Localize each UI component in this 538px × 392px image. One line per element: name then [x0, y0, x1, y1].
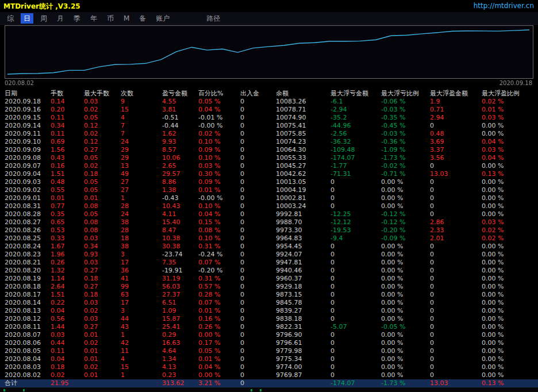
table-row-21[interactable]: 2020.08.201.320.2736-19.91-0.20 %09940.4… — [0, 267, 538, 275]
cell-7: 9775.34 — [276, 355, 331, 363]
table-row-10[interactable]: 2020.09.030.480.05278.860.09 %010013.050… — [0, 178, 538, 186]
table-row-17[interactable]: 2020.08.250.330.031810.380.10 %09964.83-… — [0, 235, 538, 243]
table-row-2[interactable]: 2020.09.150.110.054-0.51-0.01 %010074.90… — [0, 114, 538, 122]
cell-9: 0.00 % — [381, 363, 430, 371]
cell-3: 41 — [121, 275, 162, 283]
table-row-31[interactable]: 2020.08.050.110.01114.640.05 %09779.9800… — [0, 347, 538, 355]
cell-0: 2020.09.03 — [5, 178, 51, 186]
cell-3: 3 — [121, 307, 162, 315]
cell-2: 0.03 — [84, 299, 121, 307]
column-header-7[interactable]: 余额 — [276, 90, 331, 98]
menu-item-2[interactable]: 周 — [37, 13, 50, 24]
table-row-7[interactable]: 2020.09.080.430.052910.060.10 %010055.33… — [0, 154, 538, 162]
menu-item-3[interactable]: 月 — [54, 13, 67, 24]
website-link[interactable]: http://mtdriver.cn — [474, 2, 534, 10]
column-header-3[interactable]: 次数 — [121, 90, 162, 98]
column-header-8[interactable]: 最大浮亏金额 — [331, 90, 381, 98]
cell-8: -1.77 — [331, 162, 381, 170]
cell-10: 0 — [430, 178, 482, 186]
table-row-30[interactable]: 2020.08.060.440.024216.630.17 %09796.610… — [0, 339, 538, 347]
cell-0: 2020.08.02 — [5, 371, 51, 379]
table-row-5[interactable]: 2020.09.100.690.12249.930.10 %010074.23-… — [0, 138, 538, 146]
cell-7: 9988.70 — [276, 218, 331, 226]
table-row-19[interactable]: 2020.08.231.960.933-23.74-0.24 %09924.07… — [0, 251, 538, 259]
table-row-34[interactable]: 2020.08.020.020.0110.230.00 %09769.8700.… — [0, 371, 538, 379]
table-row-24[interactable]: 2020.08.171.510.186327.370.28 %09873.150… — [0, 291, 538, 299]
column-header-2[interactable]: 最大手数 — [84, 90, 121, 98]
menu-item-6[interactable]: 币 — [104, 13, 117, 24]
cell-5: 0.02 % — [198, 130, 240, 138]
table-row-11[interactable]: 2020.09.020.550.05271.380.01 %010004.190… — [0, 186, 538, 194]
table-row-32[interactable]: 2020.08.040.040.0141.340.01 %09775.3400.… — [0, 355, 538, 363]
table-row-16[interactable]: 2020.08.260.530.08288.470.08 %09973.30-1… — [0, 226, 538, 235]
table-row-12[interactable]: 2020.09.010.010.011-0.43-0.00 %010002.81… — [0, 194, 538, 202]
cell-1: 0.02 — [51, 371, 84, 379]
cell-7: 9929.18 — [276, 283, 331, 291]
table-row-1[interactable]: 2020.09.160.200.02153.810.04 %010078.71-… — [0, 106, 538, 114]
cell-6: 0 — [240, 122, 276, 130]
table-row-8[interactable]: 2020.09.070.160.02132.650.03 %010045.27-… — [0, 162, 538, 170]
column-header-6[interactable]: 出入金 — [240, 90, 276, 98]
column-header-4[interactable]: 盈亏金额 — [162, 90, 198, 98]
table-row-18[interactable]: 2020.08.241.670.343830.380.31 %09954.450… — [0, 243, 538, 251]
table-row-29[interactable]: 2020.08.070.030.0110.290.00 %09796.9000.… — [0, 331, 538, 339]
menu-item-7[interactable]: M — [121, 13, 132, 24]
column-header-1[interactable]: 手数 — [51, 90, 84, 98]
table-row-4[interactable]: 2020.09.110.110.0271.620.02 %010075.85-2… — [0, 130, 538, 138]
cell-7 — [276, 379, 331, 387]
cell-0: 2020.09.15 — [5, 114, 51, 122]
table-row-22[interactable]: 2020.08.191.140.184131.190.31 %09960.370… — [0, 275, 538, 283]
column-header-10[interactable]: 最大浮盈金额 — [430, 90, 482, 98]
table-header-row: 日期手数最大手数次数盈亏金额百分比%出入金余额最大浮亏金额最大浮亏比例最大浮盈金… — [0, 90, 538, 98]
cell-4: 29.57 — [162, 170, 198, 178]
cell-2: 0.02 — [84, 363, 121, 371]
menu-item-4[interactable]: 季 — [71, 13, 83, 24]
menu-item-10[interactable]: 路径 — [203, 13, 223, 24]
cell-6: 0 — [240, 283, 276, 291]
table-row-14[interactable]: 2020.08.280.350.05244.110.04 %09992.81-1… — [0, 210, 538, 218]
cell-10: 0 — [430, 267, 482, 275]
cell-6: 0 — [240, 138, 276, 146]
table-row-3[interactable]: 2020.09.140.340.127-0.44-0.00 %010075.41… — [0, 122, 538, 130]
table-row-20[interactable]: 2020.08.210.260.03177.350.07 %09947.8100… — [0, 259, 538, 267]
table-row-28[interactable]: 2020.08.111.440.274325.410.26 %09822.31-… — [0, 323, 538, 331]
cell-6: 0 — [240, 331, 276, 339]
cell-7: 9940.46 — [276, 267, 331, 275]
cell-2: 0.05 — [84, 210, 121, 218]
table-row-25[interactable]: 2020.08.140.220.03176.510.07 %09845.7800… — [0, 299, 538, 307]
cell-10: 0.48 — [430, 130, 482, 138]
table-row-15[interactable]: 2020.08.270.650.083815.400.15 %09988.70-… — [0, 218, 538, 226]
cell-5: -0.00 % — [198, 122, 240, 130]
column-header-9[interactable]: 最大浮亏比例 — [381, 90, 430, 98]
taskbar-tick — [260, 389, 262, 391]
table-row-0[interactable]: 2020.09.180.140.0394.550.05 %010083.26-6… — [0, 98, 538, 106]
cell-0: 2020.08.05 — [5, 347, 51, 355]
cell-1: 0.34 — [51, 122, 84, 130]
table-row-33[interactable]: 2020.08.030.180.02154.130.04 %09774.0000… — [0, 363, 538, 371]
bottom-scrollbar[interactable] — [0, 387, 538, 392]
menu-item-9[interactable]: 账户 — [153, 13, 172, 24]
menu-item-0[interactable]: 综 — [4, 13, 17, 24]
table-row-26[interactable]: 2020.08.130.040.0231.090.01 %09839.2700.… — [0, 307, 538, 315]
cell-7: 9796.61 — [276, 339, 331, 347]
table-row-27[interactable]: 2020.08.120.560.034415.870.16 %09838.180… — [0, 315, 538, 323]
cell-10: 0 — [430, 283, 482, 291]
cell-6: 0 — [240, 339, 276, 347]
cell-10: 0 — [430, 315, 482, 323]
cell-0: 2020.08.04 — [5, 355, 51, 363]
menu-item-1[interactable]: 日 — [21, 13, 33, 24]
taskbar-tick — [3, 389, 5, 391]
table-row-13[interactable]: 2020.08.310.770.082810.430.10 %010003.24… — [0, 202, 538, 210]
cell-0: 合计 — [5, 379, 51, 387]
table-row-23[interactable]: 2020.08.182.640.279956.030.57 %09929.180… — [0, 283, 538, 291]
menu-item-8[interactable]: 备 — [136, 13, 149, 24]
column-header-0[interactable]: 日期 — [5, 90, 51, 98]
menu-item-5[interactable]: 年 — [87, 13, 100, 24]
column-header-5[interactable]: 百分比% — [198, 90, 240, 98]
cell-8: -44.96 — [331, 122, 381, 130]
column-header-11[interactable]: 最大浮盈比例 — [482, 90, 536, 98]
cell-5: 3.21 % — [198, 379, 240, 387]
table-row-6[interactable]: 2020.09.091.560.27298.570.09 %010064.30-… — [0, 146, 538, 154]
table-row-9[interactable]: 2020.09.041.510.184929.570.30 %010042.62… — [0, 170, 538, 178]
table-total-row[interactable]: 合计21.95313.623.21 %0-174.07-1.73 %13.030… — [0, 379, 538, 387]
